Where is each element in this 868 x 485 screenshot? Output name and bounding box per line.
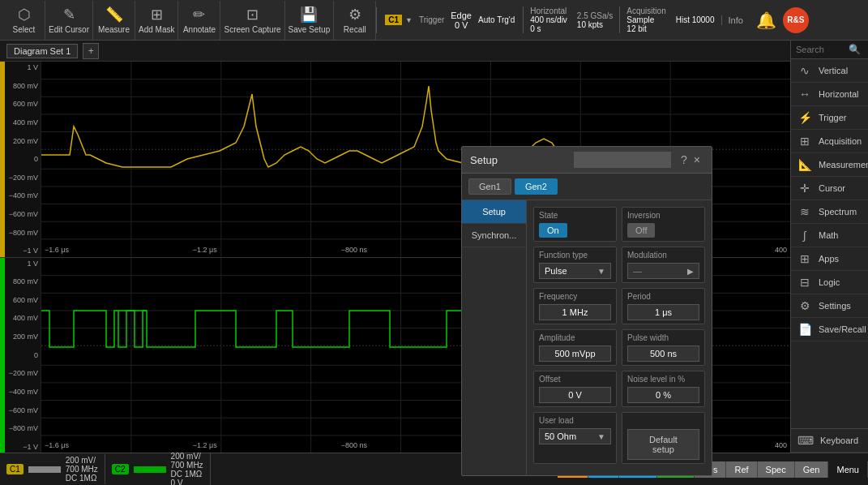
sidebar-item-keyboard[interactable]: ⌨ Keyboard: [791, 429, 865, 453]
setup-nav-synchron[interactable]: Synchron...: [462, 224, 526, 247]
modulation-label: Modulation: [627, 251, 699, 260]
user-load-value: 50 Ohm: [545, 431, 576, 441]
trigger-section: C1 ▼ Trigger Edge 0 V Auto Trg'd: [376, 7, 523, 33]
horizontal-rate: 2.5 GSa/s: [577, 11, 613, 20]
inversion-off-button[interactable]: Off: [627, 223, 655, 238]
measurement-icon: 📐: [797, 158, 812, 171]
logo: R&S: [783, 7, 809, 33]
sidebar-keyboard-label: Keyboard: [820, 436, 858, 445]
state-cell: State On: [533, 207, 617, 242]
sidebar-item-acquisition[interactable]: ⊞ Acquisition: [791, 130, 868, 153]
sidebar-measurement-label: Measurement: [819, 160, 868, 170]
save-setup-icon: 💾: [300, 6, 318, 24]
bell-icon: 🔔: [750, 11, 783, 30]
default-setup-button[interactable]: Default setup: [627, 429, 699, 460]
user-load-label: User load: [539, 416, 611, 425]
sidebar-settings-label: Settings: [819, 301, 851, 311]
period-value-display[interactable]: 1 μs: [627, 304, 699, 320]
noise-cell: Noise level in % 0 %: [622, 371, 705, 407]
offset-value-display[interactable]: 0 V: [539, 387, 611, 403]
sidebar-item-vertical[interactable]: ∿ Vertical: [791, 59, 868, 83]
horizontal-icon: ↔: [797, 88, 812, 101]
diagram-add-icon: +: [88, 45, 94, 57]
sidebar-item-power[interactable]: ⏻ Power: [865, 429, 868, 453]
gen-button[interactable]: Gen: [795, 461, 829, 478]
setup-row-state-inversion: State On Inversion Off: [533, 207, 705, 242]
pulse-width-value-display[interactable]: 500 ns: [627, 346, 699, 362]
setup-help-button[interactable]: ?: [678, 153, 691, 166]
diagram-header: Diagram Set 1 +: [0, 41, 790, 62]
right-sidebar: 🔍 ∿ Vertical ↔ Horizontal ⚡ Trigger ⊞ Ac…: [790, 41, 868, 453]
sidebar-vertical-label: Vertical: [819, 66, 848, 75]
function-type-dropdown[interactable]: Pulse ▼: [539, 263, 611, 279]
noise-value-display[interactable]: 0 %: [627, 387, 699, 403]
ref-button[interactable]: Ref: [726, 461, 757, 478]
gen1-tab[interactable]: Gen1: [468, 178, 511, 195]
default-setup-cell: Default setup: [622, 412, 705, 464]
state-on-button[interactable]: On: [539, 223, 567, 238]
function-type-label: Function type: [539, 251, 611, 260]
user-load-dropdown[interactable]: 50 Ohm ▼: [539, 428, 611, 444]
gen-tabs: Gen1 Gen2: [462, 174, 712, 200]
trigger-icon: ⚡: [797, 111, 812, 124]
search-input[interactable]: [796, 45, 849, 54]
sidebar-item-save-recall[interactable]: 📄 Save/Recall: [791, 318, 868, 341]
waveform2-y-axis: 1 V 800 mV 600 mV 400 mV 200 mV 0 −200 m…: [5, 258, 41, 453]
add-mask-icon: ⊞: [151, 6, 163, 24]
pulse-width-cell: Pulse width 500 ns: [622, 329, 705, 366]
c2-mv: 200 mV/: [171, 452, 203, 461]
trigger-level: 0 V: [455, 20, 468, 30]
c2-channel-info: C2 200 mV/ 700 MHz DC 1MΩ 0 V: [105, 450, 211, 486]
setup-row-function-modulation: Function type Pulse ▼ Modulation — ▶: [533, 247, 705, 283]
sidebar-item-spectrum[interactable]: ≋ Spectrum: [791, 200, 868, 224]
toolbar-save-setup[interactable]: 💾 Save Setup: [285, 1, 335, 40]
setup-close-button[interactable]: ×: [691, 153, 703, 166]
setup-nav-setup[interactable]: Setup: [462, 200, 526, 224]
settings-icon: ⚙: [797, 299, 812, 312]
trigger-mode-block: Auto Trg'd: [478, 15, 515, 24]
toolbar-measure[interactable]: 📏 Measure: [93, 1, 135, 40]
setup-left-nav: Setup Synchron...: [462, 200, 527, 475]
sidebar-item-settings[interactable]: ⚙ Settings: [791, 294, 868, 318]
sidebar-item-apps[interactable]: ⊞ Apps: [791, 247, 868, 271]
keyboard-icon: ⌨: [797, 434, 814, 447]
menu-button[interactable]: Menu: [828, 461, 868, 478]
c2-extra: 0 V: [171, 479, 203, 486]
gen2-tab[interactable]: Gen2: [515, 178, 558, 195]
apps-icon: ⊞: [797, 252, 812, 265]
info-label: Info: [721, 15, 750, 25]
frequency-cell: Frequency 1 MHz: [533, 288, 617, 324]
sidebar-item-logic[interactable]: ⊟ Logic: [791, 271, 868, 294]
horizontal-section: Horizontal 400 ns/div 0 s 2.5 GSa/s 10 k…: [523, 6, 619, 33]
spec-button[interactable]: Spec: [758, 461, 795, 478]
trigger-type: Edge: [451, 11, 472, 20]
amplitude-value-display[interactable]: 500 mVpp: [539, 346, 611, 362]
diagram-add-button[interactable]: +: [83, 43, 99, 59]
vertical-icon: ∿: [797, 64, 812, 77]
sidebar-math-label: Math: [819, 230, 838, 240]
c1-line-indicator: [28, 466, 61, 473]
toolbar-select[interactable]: ⬡ Select: [3, 1, 45, 40]
function-type-arrow: ▼: [597, 267, 605, 276]
toolbar-recall[interactable]: ⚙ Recall: [334, 1, 376, 40]
frequency-label: Frequency: [539, 292, 611, 301]
sidebar-spectrum-label: Spectrum: [819, 207, 857, 217]
sidebar-item-measurement[interactable]: 📐 Measurement: [791, 153, 868, 177]
toolbar-edit-cursor[interactable]: ✎ Edit Cursor: [45, 1, 93, 40]
diagram-tab[interactable]: Diagram Set 1: [6, 44, 78, 58]
setup-row-offset-noise: Offset 0 V Noise level in % 0 %: [533, 371, 705, 407]
sidebar-item-horizontal[interactable]: ↔ Horizontal: [791, 83, 868, 106]
search-icon: 🔍: [849, 44, 861, 55]
c2-label: C2: [112, 464, 129, 474]
toolbar-screen-capture[interactable]: ⊡ Screen Capture: [220, 1, 284, 40]
frequency-value-display[interactable]: 1 MHz: [539, 304, 611, 320]
logic-icon: ⊟: [797, 276, 812, 289]
modulation-dropdown[interactable]: — ▶: [627, 263, 699, 279]
sidebar-item-trigger[interactable]: ⚡ Trigger: [791, 106, 868, 130]
modulation-cell: Modulation — ▶: [622, 247, 705, 283]
sidebar-item-math[interactable]: ∫ Math: [791, 224, 868, 247]
sidebar-item-cursor[interactable]: ✛ Cursor: [791, 177, 868, 200]
offset-cell: Offset 0 V: [533, 371, 617, 407]
toolbar-annotate[interactable]: ✏ Annotate: [178, 1, 220, 40]
toolbar-add-mask[interactable]: ⊞ Add Mask: [135, 1, 178, 40]
